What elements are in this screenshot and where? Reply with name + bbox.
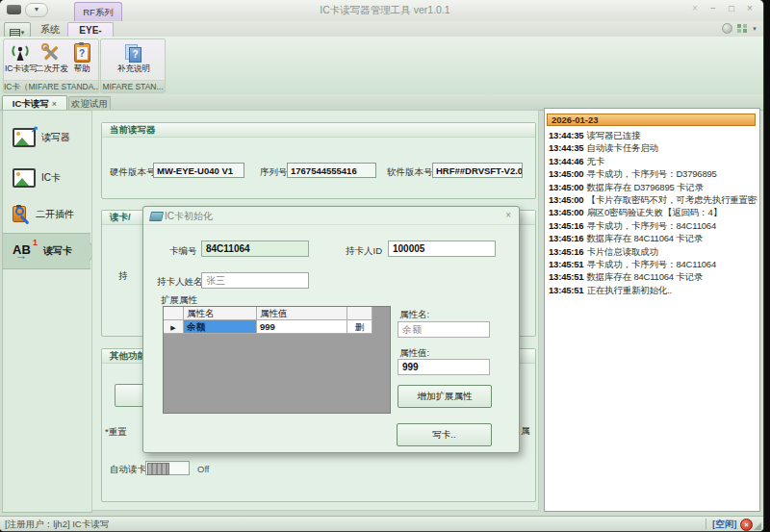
holder-id-field[interactable]: 100005 [388, 241, 496, 257]
toggle-handle[interactable] [147, 463, 169, 475]
dialog-close-icon[interactable]: × [505, 210, 511, 220]
log-date-header: 2026-01-23 [547, 114, 756, 126]
sidebar-item-reader[interactable]: ↗ 读写器 [3, 119, 90, 156]
sw-version-label: 软件版本号 [387, 166, 433, 179]
sidebar: ↗ 读写器 IC卡 二开插件 AB1→ 读写卡 [2, 110, 92, 513]
ribbon-group-label: IC卡（MIFARE STANDA... [4, 80, 98, 92]
auto-read-toggle[interactable] [145, 461, 190, 475]
card-no-field[interactable]: 84C11064 [201, 241, 309, 257]
arrow-up-right-icon: ↗ [31, 124, 38, 135]
registered-user-text: [注册用户：ljh2] IC卡读写 [5, 519, 109, 531]
holder-name-label: 持卡人姓名 [157, 276, 203, 289]
cell-attr-name[interactable]: 余额 [184, 320, 257, 334]
log-entry: 13:44:35自动读卡任务启动 [549, 141, 757, 154]
quick-access-dropdown[interactable]: ▼ [25, 3, 48, 17]
log-entry: 13:45:16寻卡成功，卡序列号：84C11064 [549, 219, 757, 232]
skin-gallery-icon[interactable] [737, 24, 747, 33]
doc-tab-welcome[interactable]: 欢迎试用 [68, 96, 111, 111]
reader-image-icon: ↗ [13, 128, 36, 147]
dialog-title-bar[interactable]: IC卡初始化 × [143, 207, 519, 225]
hw-version-field[interactable]: MW-EYE-U040 V1 [153, 163, 244, 178]
statusbar-divider [706, 519, 706, 529]
write-card-button[interactable]: 写卡.. [397, 423, 492, 446]
add-ext-attr-button[interactable]: 增加扩展属性 [398, 385, 492, 408]
tools-icon [36, 42, 66, 63]
app-window: ▼ RF系列 IC卡读写器管理工具 ver1.0.1 × − □ × ▼ 系统 … [0, 0, 763, 531]
supplementary-note-button[interactable]: ? 补充说明 [117, 42, 148, 79]
doc-tab-ic-rw[interactable]: IC卡读写× [2, 95, 67, 111]
current-reader-group: 当前读写器 硬件版本号 MW-EYE-U040 V1 序列号 176754455… [101, 122, 536, 199]
serial-field[interactable]: 1767544555416 [287, 163, 376, 178]
holder-id-label: 持卡人ID [346, 245, 382, 258]
sidebar-item-ic-card[interactable]: IC卡 [3, 160, 90, 196]
grid-row[interactable]: ▶ 余额 999 删 [164, 320, 390, 334]
antenna-icon [5, 42, 36, 63]
col-attr-name[interactable]: 属性名 [184, 307, 257, 320]
contextual-tab-rf[interactable]: RF系列 [74, 2, 122, 21]
log-entry: 13:45:51寻卡成功，卡序列号：84C11064 [549, 258, 757, 270]
ribbon-group-mifare: ? 补充说明 MIFARE STAN... [100, 38, 166, 93]
log-entry: 13:45:51数据库存在 84C11064 卡记录 [549, 270, 757, 283]
ab-arrow-icon: AB1→ [13, 241, 38, 262]
auto-read-label: 自动读卡 [110, 464, 146, 476]
close-button[interactable]: × [744, 3, 756, 13]
maximize-button[interactable]: □ [726, 3, 737, 13]
ribbon-group-label: MIFARE STAN... [101, 80, 165, 92]
chevron-down-icon[interactable]: ▼ [752, 26, 757, 32]
clipboard-wrench-icon [13, 206, 30, 223]
ribbon: IC卡读写 二次开发 ? 帮助 [0, 37, 763, 95]
close-document-icon[interactable]: × [689, 3, 701, 13]
chevron-down-icon: ▼ [20, 30, 26, 36]
sidebar-item-plugin[interactable]: 二开插件 [3, 196, 90, 233]
app-icon [7, 5, 21, 14]
dialog-title: IC卡初始化 [165, 210, 213, 223]
sidebar-item-rw-card[interactable]: AB1→ 读写卡 [3, 233, 90, 269]
app-menu-button[interactable]: ▼ [4, 22, 31, 38]
card-image-icon [13, 168, 36, 188]
partial-label: 持 [118, 270, 128, 283]
log-entry: 13:45:51正在执行重新初始化.. [549, 284, 757, 296]
card-icon [149, 212, 164, 221]
card-no-label: 卡编号 [169, 245, 197, 258]
log-panel[interactable]: 2026-01-23 13:44:35读写器已连接 13:44:35自动读卡任务… [544, 108, 760, 512]
tab-eye-u010[interactable]: EYE-U010 [67, 22, 114, 38]
log-entry: 13:45:16数据库存在 84C11064 卡记录 [549, 232, 757, 244]
attr-value-input[interactable]: 999 [398, 359, 490, 375]
log-entry: 13:44:46无卡 [549, 155, 757, 167]
hw-version-label: 硬件版本号 [110, 166, 156, 179]
close-tab-icon[interactable]: × [52, 99, 57, 109]
page-help-icon: ? [125, 44, 141, 62]
minimize-button[interactable]: − [707, 3, 719, 13]
help-button[interactable]: ? 帮助 [66, 42, 97, 79]
log-entry: 13:45:00寻卡成功，卡序列号：D3796895 [549, 167, 757, 180]
col-attr-value[interactable]: 属性值 [257, 307, 347, 320]
delete-row-button[interactable]: 删 [347, 320, 372, 334]
log-entries: 13:44:35读写器已连接 13:44:35自动读卡任务启动 13:44:46… [549, 129, 757, 296]
log-entry: 13:45:00扇区0密码验证失败【返回码：4】 [549, 206, 757, 218]
error-status-icon[interactable]: × [740, 519, 753, 531]
auto-read-state: Off [197, 464, 210, 474]
attr-name-input[interactable]: 余额 [398, 321, 490, 338]
log-entry: 13:44:35读写器已连接 [549, 129, 757, 141]
secondary-dev-button[interactable]: 二次开发 [36, 42, 66, 79]
cell-attr-value[interactable]: 999 [257, 320, 347, 334]
tab-system[interactable]: 系统 [35, 22, 65, 37]
ic-card-rw-button[interactable]: IC卡读写 [5, 42, 36, 79]
ribbon-group-ic-card: IC卡读写 二次开发 ? 帮助 [3, 38, 99, 93]
row-marker-icon: ▶ [164, 320, 184, 334]
reset-hint-text: *重置 [105, 426, 127, 439]
resize-grip[interactable] [754, 522, 761, 530]
help-sphere-icon[interactable] [722, 23, 732, 34]
window-title: IC卡读写器管理工具 ver1.0.1 [135, 4, 635, 17]
clipped-char: 属 [521, 425, 530, 438]
sw-version-field[interactable]: HRF##DRVSFT-V2.0. [432, 163, 523, 178]
log-entry: 13:45:00数据库存在 D3796895 卡记录 [549, 181, 757, 193]
title-bar: ▼ RF系列 IC卡读写器管理工具 ver1.0.1 × − □ × [0, 0, 763, 22]
serial-label: 序列号 [260, 166, 288, 179]
log-entry: 13:45:00【卡片存取密码不对，可考虑先执行重置密码再尝试】 [549, 193, 757, 206]
holder-name-field[interactable]: 张三 [201, 272, 309, 289]
grid-header-row: 属性名 属性值 [164, 307, 390, 320]
ext-attrs-grid[interactable]: 属性名 属性值 ▶ 余额 999 删 [163, 306, 391, 414]
attr-name-label: 属性名: [399, 309, 429, 321]
clipboard-help-icon: ? [74, 43, 90, 63]
